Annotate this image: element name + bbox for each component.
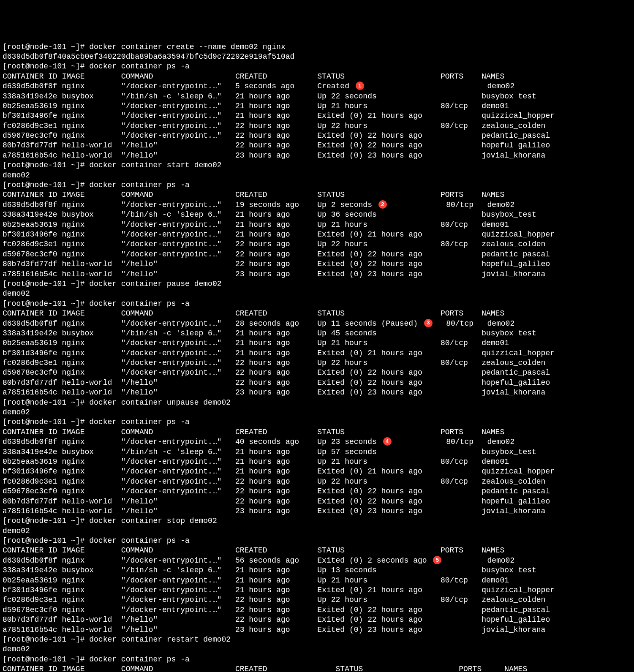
table-row: 80b7d3fd77df hello-world "/hello" 22 hou…	[3, 378, 631, 388]
prompt-line: [root@node-101 ~]# docker container paus…	[3, 279, 631, 289]
prompt-prefix: [root@node-101 ~]#	[3, 418, 89, 426]
table-header: CONTAINER ID IMAGE COMMAND CREATED STATU…	[3, 427, 631, 437]
command-text: docker container ps -a	[89, 536, 190, 545]
command-text: docker container ps -a	[89, 62, 190, 71]
table-header: CONTAINER ID IMAGE COMMAND CREATED STATU…	[3, 190, 631, 200]
prompt-prefix: [root@node-101 ~]#	[3, 635, 89, 644]
table-row: a7851616b54c hello-world "/hello" 23 hou…	[3, 269, 631, 279]
command-text: docker container create --name demo02 ng…	[89, 43, 285, 51]
prompt-line: [root@node-101 ~]# docker container stop…	[3, 516, 631, 526]
table-row: fc0286d9c3e1 nginx "/docker-entrypoint.……	[3, 595, 631, 605]
output-line: demo02	[3, 408, 631, 417]
prompt-prefix: [root@node-101 ~]#	[3, 43, 89, 51]
table-row: bf301d3496fe nginx "/docker-entrypoint.……	[3, 585, 631, 595]
prompt-prefix: [root@node-101 ~]#	[3, 517, 89, 525]
output-line: demo02	[3, 645, 631, 654]
table-row: d639d5db0f8f nginx "/docker-entrypoint.……	[3, 200, 631, 210]
prompt-prefix: [root@node-101 ~]#	[3, 655, 89, 664]
command-text: docker container ps -a	[89, 655, 190, 664]
table-row: a7851616b54c hello-world "/hello" 23 hou…	[3, 388, 631, 397]
table-row: fc0286d9c3e1 nginx "/docker-entrypoint.……	[3, 121, 631, 131]
table-row: d59678ec3cf0 nginx "/docker-entrypoint.……	[3, 250, 631, 259]
table-row: d59678ec3cf0 nginx "/docker-entrypoint.……	[3, 368, 631, 378]
table-row: d639d5db0f8f nginx "/docker-entrypoint.……	[3, 82, 631, 91]
table-row: d59678ec3cf0 nginx "/docker-entrypoint.……	[3, 605, 631, 615]
table-row: bf301d3496fe nginx "/docker-entrypoint.……	[3, 348, 631, 358]
prompt-prefix: [root@node-101 ~]#	[3, 280, 89, 288]
annotation-badge-5: 5	[433, 556, 441, 564]
table-row: fc0286d9c3e1 nginx "/docker-entrypoint.……	[3, 477, 631, 487]
prompt-prefix: [root@node-101 ~]#	[3, 181, 89, 189]
table-row: fc0286d9c3e1 nginx "/docker-entrypoint.……	[3, 239, 631, 249]
command-text: docker container restart demo02	[89, 635, 231, 644]
table-row: d639d5db0f8f nginx "/docker-entrypoint.……	[3, 556, 631, 566]
table-row: a7851616b54c hello-world "/hello" 23 hou…	[3, 625, 631, 635]
prompt-line: [root@node-101 ~]# docker container ps -…	[3, 180, 631, 190]
annotation-badge-4: 4	[383, 437, 392, 446]
table-row: 338a3419e42e busybox "/bin/sh -c 'sleep …	[3, 92, 631, 101]
prompt-line: [root@node-101 ~]# docker container ps -…	[3, 62, 631, 71]
prompt-line: [root@node-101 ~]# docker container ps -…	[3, 536, 631, 546]
table-row: 0b25eaa53619 nginx "/docker-entrypoint.……	[3, 220, 631, 230]
table-row: 80b7d3fd77df hello-world "/hello" 22 hou…	[3, 497, 631, 506]
table-row: 0b25eaa53619 nginx "/docker-entrypoint.……	[3, 338, 631, 348]
table-row: 0b25eaa53619 nginx "/docker-entrypoint.……	[3, 101, 631, 111]
table-row: bf301d3496fe nginx "/docker-entrypoint.……	[3, 230, 631, 239]
table-row: fc0286d9c3e1 nginx "/docker-entrypoint.……	[3, 358, 631, 368]
table-row: 338a3419e42e busybox "/bin/sh -c 'sleep …	[3, 210, 631, 220]
output-line: demo02	[3, 526, 631, 536]
table-header: CONTAINER ID IMAGE COMMAND CREATED STATU…	[3, 664, 631, 672]
table-row: d59678ec3cf0 nginx "/docker-entrypoint.……	[3, 487, 631, 496]
prompt-prefix: [root@node-101 ~]#	[3, 536, 89, 545]
table-row: 0b25eaa53619 nginx "/docker-entrypoint.……	[3, 576, 631, 585]
command-text: docker container unpause demo02	[89, 398, 231, 407]
table-row: d639d5db0f8f nginx "/docker-entrypoint.……	[3, 437, 631, 447]
annotation-badge-1: 1	[356, 82, 364, 90]
table-row: 338a3419e42e busybox "/bin/sh -c 'sleep …	[3, 566, 631, 575]
command-text: docker container start demo02	[89, 161, 221, 169]
table-row: 338a3419e42e busybox "/bin/sh -c 'sleep …	[3, 329, 631, 338]
table-row: 80b7d3fd77df hello-world "/hello" 22 hou…	[3, 259, 631, 269]
annotation-badge-3: 3	[424, 319, 433, 327]
annotation-badge-2: 2	[378, 200, 387, 209]
terminal-output[interactable]: [root@node-101 ~]# docker container crea…	[3, 42, 631, 672]
prompt-prefix: [root@node-101 ~]#	[3, 398, 89, 407]
table-row: a7851616b54c hello-world "/hello" 23 hou…	[3, 151, 631, 161]
prompt-line: [root@node-101 ~]# docker container ps -…	[3, 299, 631, 309]
table-row: 0b25eaa53619 nginx "/docker-entrypoint.……	[3, 457, 631, 467]
prompt-line: [root@node-101 ~]# docker container ps -…	[3, 655, 631, 664]
output-line: d639d5db0f8f40a5cb0ef340220dba89ba6a3594…	[3, 52, 631, 62]
table-header: CONTAINER ID IMAGE COMMAND CREATED STATU…	[3, 72, 631, 82]
table-row: 80b7d3fd77df hello-world "/hello" 22 hou…	[3, 141, 631, 150]
table-row: 80b7d3fd77df hello-world "/hello" 22 hou…	[3, 615, 631, 625]
table-row: 338a3419e42e busybox "/bin/sh -c 'sleep …	[3, 447, 631, 457]
command-text: docker container stop demo02	[89, 517, 217, 525]
prompt-prefix: [root@node-101 ~]#	[3, 299, 89, 308]
command-text: docker container pause demo02	[89, 280, 221, 288]
prompt-line: [root@node-101 ~]# docker container star…	[3, 161, 631, 170]
table-row: d639d5db0f8f nginx "/docker-entrypoint.……	[3, 319, 631, 329]
table-header: CONTAINER ID IMAGE COMMAND CREATED STATU…	[3, 309, 631, 318]
output-line: demo02	[3, 171, 631, 180]
table-row: bf301d3496fe nginx "/docker-entrypoint.……	[3, 467, 631, 476]
command-text: docker container ps -a	[89, 181, 190, 189]
prompt-prefix: [root@node-101 ~]#	[3, 161, 89, 169]
prompt-line: [root@node-101 ~]# docker container crea…	[3, 42, 631, 52]
output-line: demo02	[3, 289, 631, 299]
table-row: bf301d3496fe nginx "/docker-entrypoint.……	[3, 111, 631, 121]
table-header: CONTAINER ID IMAGE COMMAND CREATED STATU…	[3, 546, 631, 555]
table-row: d59678ec3cf0 nginx "/docker-entrypoint.……	[3, 131, 631, 141]
prompt-line: [root@node-101 ~]# docker container rest…	[3, 635, 631, 645]
prompt-line: [root@node-101 ~]# docker container unpa…	[3, 398, 631, 408]
command-text: docker container ps -a	[89, 299, 190, 308]
command-text: docker container ps -a	[89, 418, 190, 426]
prompt-prefix: [root@node-101 ~]#	[3, 62, 89, 71]
prompt-line: [root@node-101 ~]# docker container ps -…	[3, 417, 631, 427]
table-row: a7851616b54c hello-world "/hello" 23 hou…	[3, 506, 631, 516]
